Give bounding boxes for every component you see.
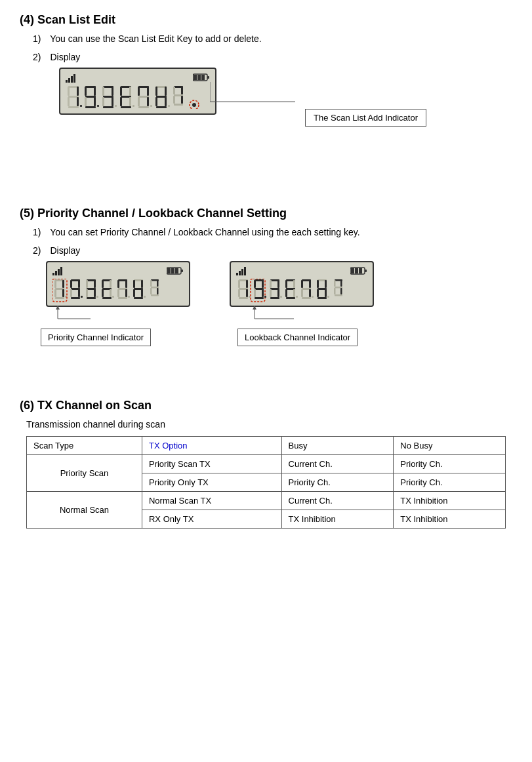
svg-rect-109 [112, 296, 114, 298]
svg-rect-108 [102, 297, 112, 299]
svg-rect-130 [150, 288, 152, 294]
svg-rect-132 [151, 294, 159, 296]
priority-channel-label: Priority Channel Indicator [41, 329, 151, 346]
svg-rect-1 [68, 78, 70, 83]
svg-rect-193 [327, 296, 329, 298]
priority-only-busy: Priority Ch. [281, 473, 394, 492]
svg-rect-47 [138, 106, 149, 108]
svg-rect-18 [85, 87, 87, 96]
section-6-title: (6) TX Channel on Scan [20, 399, 512, 412]
svg-rect-14 [77, 97, 79, 106]
priority-scan-type: Priority Scan [27, 455, 142, 492]
svg-rect-124 [134, 297, 143, 299]
table-header-row: Scan Type TX Option Busy No Busy [27, 437, 506, 455]
svg-rect-34 [120, 87, 122, 96]
svg-rect-138 [241, 269, 243, 275]
col-busy: Busy [281, 437, 394, 455]
svg-rect-151 [239, 297, 248, 299]
svg-rect-191 [325, 289, 327, 297]
svg-rect-146 [238, 280, 240, 288]
svg-rect-123 [141, 289, 143, 297]
lcd-screen-priority [46, 261, 190, 307]
svg-rect-13 [68, 97, 70, 106]
svg-rect-190 [317, 289, 319, 297]
svg-rect-167 [277, 289, 279, 297]
svg-rect-92 [71, 297, 80, 299]
svg-marker-203 [253, 306, 256, 310]
rx-only-tx: RX Only TX [142, 510, 281, 529]
svg-rect-32 [115, 105, 117, 107]
svg-rect-95 [86, 280, 88, 288]
svg-marker-135 [56, 306, 60, 310]
svg-rect-141 [351, 268, 354, 273]
svg-rect-176 [286, 297, 295, 299]
svg-rect-83 [55, 297, 64, 299]
svg-rect-88 [78, 280, 80, 288]
svg-rect-172 [293, 280, 295, 288]
normal-scan-busy: Current Ch. [281, 492, 394, 510]
step1-text: 1) You can use the Scan List Edit Key to… [33, 33, 262, 44]
normal-scan-tx: Normal Scan TX [142, 492, 281, 510]
svg-rect-175 [293, 289, 295, 297]
lcd-top-row-s4 [66, 73, 210, 83]
section-5-step1: 1) You can set Priority Channel / Lookba… [33, 227, 512, 237]
svg-rect-79 [62, 280, 64, 288]
svg-rect-103 [102, 280, 104, 288]
svg-rect-150 [246, 289, 248, 297]
col-scan-type: Scan Type [27, 437, 142, 455]
svg-rect-147 [246, 280, 248, 288]
svg-rect-149 [238, 289, 240, 297]
svg-rect-106 [102, 289, 104, 297]
svg-rect-161 [264, 296, 266, 298]
svg-rect-111 [117, 280, 119, 288]
section-6-subtitle: Transmission channel during scan [26, 419, 512, 430]
lookback-arrow [248, 306, 294, 332]
svg-rect-26 [102, 87, 104, 96]
svg-rect-8 [207, 76, 209, 79]
svg-rect-144 [365, 270, 367, 272]
lcd-top-priority [52, 266, 184, 277]
section-4-step1: 1) You can use the Scan List Edit Key to… [33, 33, 512, 44]
svg-rect-11 [77, 87, 79, 96]
svg-rect-142 [355, 268, 358, 273]
svg-rect-96 [94, 280, 96, 288]
svg-rect-0 [66, 80, 68, 83]
svg-rect-169 [280, 296, 282, 298]
svg-rect-46 [147, 97, 149, 106]
rx-only-nobusy: TX Inhibition [394, 510, 506, 529]
battery-icon-s4 [193, 73, 210, 84]
normal-scan-type: Normal Scan [27, 492, 142, 529]
svg-rect-195 [334, 280, 336, 287]
table-row: Normal Scan Normal Scan TX Current Ch. T… [27, 492, 506, 510]
svg-rect-51 [165, 87, 167, 96]
svg-rect-131 [157, 288, 159, 294]
priority-only-tx: Priority Only TX [142, 473, 281, 492]
svg-rect-116 [118, 297, 127, 299]
svg-rect-59 [181, 87, 183, 94]
svg-rect-100 [87, 297, 96, 299]
svg-rect-48 [150, 105, 152, 107]
svg-rect-75 [175, 268, 178, 273]
section-6: (6) TX Channel on Scan Transmission chan… [20, 399, 512, 529]
svg-rect-70 [58, 269, 60, 275]
priority-only-nobusy: Priority Ch. [394, 473, 506, 492]
svg-rect-187 [317, 280, 319, 288]
svg-rect-128 [157, 280, 159, 287]
svg-rect-2 [71, 76, 73, 83]
lcd-display-lookback: Lookback Channel Indicator [230, 261, 374, 307]
svg-rect-6 [197, 75, 201, 80]
svg-rect-58 [173, 87, 175, 94]
svg-rect-99 [94, 289, 96, 297]
svg-rect-182 [301, 289, 303, 297]
lcd-top-lookback [236, 266, 367, 277]
lcd-digits-priority [52, 279, 184, 302]
svg-rect-200 [335, 294, 342, 296]
svg-rect-117 [128, 296, 130, 298]
svg-point-65 [192, 103, 196, 107]
svg-rect-163 [270, 280, 272, 288]
svg-rect-91 [78, 289, 80, 297]
svg-rect-137 [239, 271, 241, 275]
svg-rect-119 [133, 280, 135, 288]
svg-rect-174 [285, 289, 287, 297]
svg-rect-199 [340, 288, 342, 294]
